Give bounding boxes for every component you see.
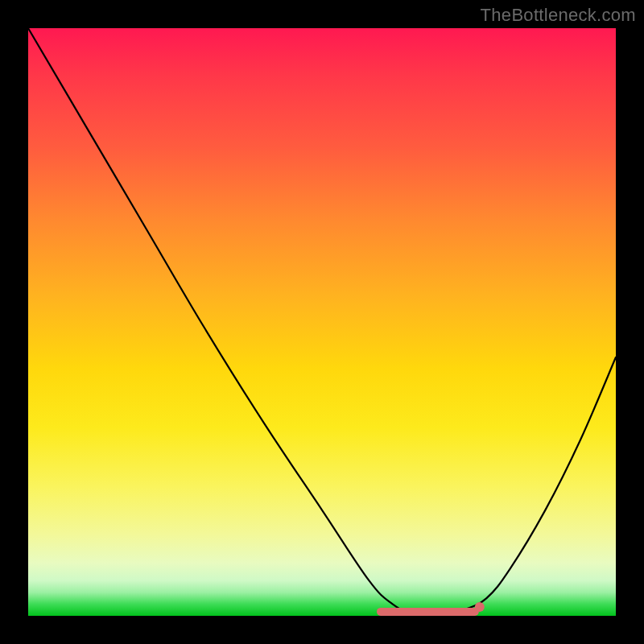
chart-svg <box>28 28 616 616</box>
watermark-text: TheBottleneck.com <box>481 5 636 26</box>
chart-frame: TheBottleneck.com <box>0 0 644 644</box>
optimal-band-end-dot <box>475 602 485 612</box>
bottleneck-curve <box>28 28 616 617</box>
